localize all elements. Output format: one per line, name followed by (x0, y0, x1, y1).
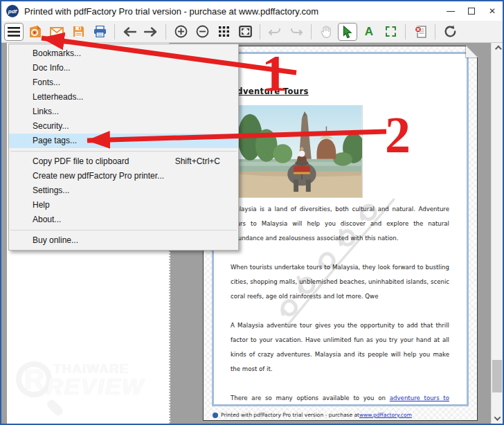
fit-page-button[interactable] (235, 23, 255, 41)
arrow-left-icon (123, 27, 136, 37)
menu-separator (10, 151, 237, 152)
menu-item-label: Links... (33, 105, 59, 119)
paragraph-4: There are so many options available to y… (231, 391, 449, 406)
menu-item-page-tags[interactable]: Page tags... (9, 134, 238, 148)
arrow-right-icon (144, 27, 158, 37)
menu-item-security[interactable]: Security... (9, 119, 238, 134)
menu-item-settings[interactable]: Settings... (9, 183, 238, 198)
menu-item-label: Doc Info... (33, 61, 71, 75)
menu-item-about[interactable]: About... (9, 212, 238, 227)
close-button[interactable]: ✕ (482, 1, 503, 21)
menu-item-bookmarks[interactable]: Bookmarks... (9, 46, 238, 61)
previous-page-button[interactable] (120, 23, 139, 41)
menu-shortcut: Shift+Ctrl+C (175, 154, 220, 169)
trial-footer-text: Printed with pdfFactory Pro trial versio… (221, 412, 359, 418)
zoom-out-button[interactable] (192, 23, 212, 41)
fit-page-icon (239, 26, 252, 37)
menu-item-label: Help (33, 198, 50, 212)
chevron-down-icon (494, 414, 501, 421)
toolbar-separator (165, 24, 166, 39)
pdffactory-logo-icon (28, 25, 42, 39)
trial-footer: Printed with pdfFactory Pro trial versio… (213, 412, 412, 418)
scroll-up-button[interactable] (492, 43, 503, 54)
print-button[interactable] (90, 23, 109, 41)
undo-icon (269, 27, 281, 37)
elephant-photo (238, 105, 363, 198)
app-window: pdf Printed with pdfFactory Pro trial ve… (0, 0, 504, 425)
main-menu-button[interactable] (4, 23, 24, 41)
undo-button[interactable] (265, 23, 285, 41)
region-select-button[interactable] (381, 23, 400, 41)
menu-item-letterheads[interactable]: Letterheads... (9, 90, 238, 105)
scrollbar-thumb[interactable] (492, 360, 502, 392)
menu-item-doc-info[interactable]: Doc Info... (9, 61, 238, 75)
document-page[interactable]: Adventure Tours (203, 46, 478, 421)
text-tool-icon: A (365, 26, 373, 37)
menu-item-label: Letterheads... (33, 90, 83, 105)
paragraph-4-before: There are so many options available to y… (231, 395, 390, 401)
save-pdf-button[interactable] (69, 23, 88, 41)
paragraph-2: When tourists undertake tours to Malaysi… (231, 260, 449, 304)
menu-item-fonts[interactable]: Fonts... (9, 75, 238, 90)
toolbar-separator (311, 24, 312, 39)
vertical-scrollbar[interactable] (491, 43, 503, 424)
floppy-disk-icon (73, 26, 84, 37)
menu-item-links[interactable]: Links... (9, 105, 238, 119)
paragraph-1: Malaysia is a land of diversities, both … (231, 202, 449, 246)
minimize-button[interactable]: — (440, 1, 461, 21)
pdffactory-link[interactable]: www.pdffactory.com (359, 412, 412, 418)
thaiware-review-watermark: R THAiWARE REVIEW (10, 353, 149, 419)
menu-separator (10, 230, 237, 230)
toolbar-separator (114, 24, 115, 39)
menu-item-copy-pdf[interactable]: Copy PDF file to clipboardShift+Ctrl+C (9, 154, 238, 169)
page-border-frame: Adventure Tours (212, 52, 469, 406)
watermark-brand-bottom: REVIEW (46, 374, 145, 400)
zoom-out-icon (196, 25, 209, 38)
hamburger-icon (8, 27, 20, 37)
paragraph-3: A Malaysia adventure tour gives you the … (231, 318, 449, 377)
watermark-r: R (24, 364, 44, 395)
magnifier-handle-icon (46, 398, 65, 417)
pdffactory-home-button[interactable] (26, 23, 45, 41)
next-page-button[interactable] (141, 23, 161, 41)
scroll-down-button[interactable] (492, 413, 503, 424)
pdffactory-dot-icon (213, 413, 218, 418)
document-title: Adventure Tours (231, 86, 449, 97)
menu-item-help[interactable]: Help (9, 198, 238, 212)
menu-item-create-printer[interactable]: Create new pdfFactory Pro printer... (9, 169, 238, 183)
menu-item-label: Settings... (33, 183, 69, 198)
delete-page-icon (415, 26, 426, 38)
toolbar-separator (405, 24, 406, 39)
hand-tool-button[interactable] (316, 23, 336, 41)
menu-item-label: Copy PDF file to clipboard (33, 154, 129, 169)
delete-page-button[interactable] (411, 23, 430, 41)
text-tool-button[interactable]: A (359, 23, 379, 41)
window-title: Printed with pdfFactory Pro trial versio… (24, 6, 440, 17)
document-body: Adventure Tours (214, 86, 467, 406)
toolbar: A (1, 21, 503, 43)
zoom-in-button[interactable] (171, 23, 190, 41)
printer-icon (93, 26, 107, 37)
grid-icon (219, 26, 229, 37)
main-dropdown-menu: Bookmarks... Doc Info... Fonts... Letter… (8, 44, 239, 251)
cursor-arrow-icon (343, 26, 352, 38)
toolbar-separator (260, 24, 260, 39)
menu-item-label: Page tags... (33, 134, 77, 148)
maximize-icon (468, 8, 475, 15)
toolbar-separator (435, 24, 435, 39)
maximize-button[interactable] (461, 1, 482, 21)
title-bar: pdf Printed with pdfFactory Pro trial ve… (1, 1, 503, 21)
email-pdf-button[interactable] (47, 23, 66, 41)
menu-item-buy-online[interactable]: Buy online... (9, 233, 238, 248)
dashed-selection-icon (386, 26, 396, 37)
chevron-up-icon (494, 45, 501, 52)
refresh-button[interactable] (440, 23, 460, 41)
thumbnail-view-button[interactable] (214, 23, 233, 41)
pdffactory-app-icon: pdf (6, 5, 19, 17)
redo-button[interactable] (287, 23, 306, 41)
select-tool-button[interactable] (338, 23, 357, 41)
menu-item-label: Buy online... (33, 233, 78, 248)
envelope-icon (50, 27, 64, 37)
zoom-in-icon (174, 25, 188, 38)
viewer-area: R THAiWARE REVIEW (1, 43, 503, 424)
